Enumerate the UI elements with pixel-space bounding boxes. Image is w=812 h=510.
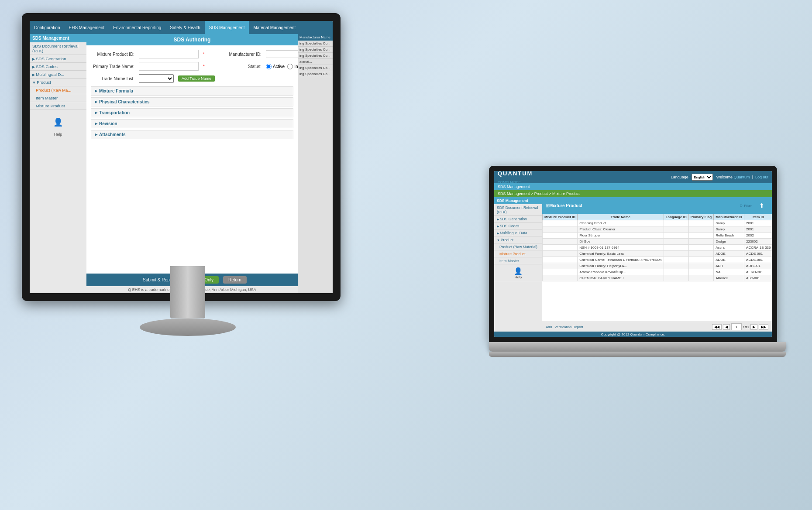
filter-button[interactable]: ⚙ Filter	[740, 204, 752, 208]
logo-quantum-text: QUANTUM COMPLIANCE	[498, 171, 533, 185]
nav-sds-management[interactable]: SDS Management	[205, 21, 249, 34]
page-next-button[interactable]: ▶	[750, 324, 757, 330]
sidebar-item-product-raw[interactable]: Product (Raw Ma...	[30, 86, 86, 94]
laptop-tab-bar: SDS Management	[494, 183, 772, 190]
laptop-sidebar-item-product[interactable]: Product	[494, 236, 542, 243]
primary-trade-name-label: Primary Trade Name:	[91, 64, 134, 69]
form-row-trade-name-list: Trade Name List: Add Trade Name	[91, 74, 293, 83]
mixture-product-table: Mixture Product ID Trade Name Language I…	[542, 214, 772, 281]
accordion-attachments-header[interactable]: Attachments	[91, 130, 293, 139]
page-prev-button[interactable]: ◀	[723, 324, 730, 330]
sidebar-item-mixture-product[interactable]: Mixture Product	[30, 102, 86, 110]
cell-lang-9	[664, 275, 688, 281]
mixture-product-id-input[interactable]	[139, 50, 199, 58]
nav-safety-health[interactable]: Safety & Health	[165, 21, 204, 34]
table-panel-row-6[interactable]: ing Specialties Co...	[298, 71, 333, 77]
sidebar-item-product[interactable]: Product	[30, 79, 86, 86]
page-first-button[interactable]: ◀◀	[712, 324, 722, 330]
language-select[interactable]: English	[692, 174, 713, 181]
cell-item-9: ALC-001	[744, 275, 772, 281]
accordion-revision-header[interactable]: Revision	[91, 119, 293, 128]
accordion-transportation-header[interactable]: Transportation	[91, 108, 293, 117]
cell-lang-4	[664, 245, 688, 251]
export-button[interactable]: ⬆	[755, 199, 768, 212]
cell-mfr-3: Dodge	[714, 239, 744, 245]
laptop-breadcrumb: SDS Management > Product > Mixture Produ…	[494, 190, 772, 197]
laptop-sidebar-item-multilingual[interactable]: Multilingual Data	[494, 229, 542, 236]
trade-name-list-select[interactable]	[139, 74, 174, 83]
cell-lang-8	[664, 269, 688, 275]
return-button[interactable]: Return	[223, 276, 247, 284]
laptop-table-footer: Add Verification Report ◀◀ ◀ / 51 ▶ ▶▶	[542, 322, 772, 332]
accordion-physical-characteristics-header[interactable]: Physical Characteristics	[91, 97, 293, 106]
sidebar-section-header: SDS Management	[30, 34, 86, 42]
cell-mixture-id-6	[543, 257, 578, 263]
status-inactive-radio[interactable]	[287, 64, 293, 69]
cell-trade-name-2: Floor Stripper	[578, 233, 664, 239]
page-last-button[interactable]: ▶▶	[759, 324, 768, 330]
help-icon[interactable]: 👤	[49, 113, 67, 131]
cell-mixture-id-8	[543, 269, 578, 275]
accordion-mixture-formula-header[interactable]: Mixture Formula	[91, 86, 293, 96]
status-active-radio[interactable]	[266, 64, 272, 69]
nav-configuration[interactable]: Configuration	[30, 21, 64, 34]
cell-trade-name-8: Aramid/Phonolo Kevlar® Hp...	[578, 269, 664, 275]
table-row[interactable]: Aramid/Phonolo Kevlar® Hp... NA AERO-301	[543, 269, 772, 275]
table-row[interactable]: Cleaning Product Samp 2001	[543, 220, 772, 226]
laptop-screen-part: QUANTUM COMPLIANCE Language : English We…	[489, 166, 777, 342]
laptop-sidebar-help[interactable]: 👤 Help	[494, 264, 542, 282]
verification-report-label[interactable]: Verification Report	[554, 325, 583, 329]
monitor-table-panel: Manufacturer Name ing Specialties Co... …	[298, 34, 333, 293]
sidebar-item-sds-retrieval[interactable]: SDS Document Retrieval (RTK)	[30, 42, 86, 55]
laptop-sidebar-item-retrieval[interactable]: SDS Document Retrieval (RTK)	[494, 204, 542, 216]
table-row[interactable]: Chemical Name: Tetrabasis L Formula: 4Pb…	[543, 257, 772, 263]
sidebar-item-sds-generation[interactable]: SDS Generation	[30, 55, 86, 63]
laptop-sidebar-section: SDS Management	[494, 197, 542, 204]
page-current-input[interactable]	[731, 323, 742, 330]
nav-environmental-reporting[interactable]: Environmental Reporting	[109, 21, 165, 34]
add-row-label[interactable]: Add	[546, 325, 552, 329]
table-row[interactable]: Product Class: Cleaner Samp 2001	[543, 226, 772, 233]
laptop-sidebar-item-codes[interactable]: SDS Codes	[494, 222, 542, 229]
laptop-sidebar-item-product-raw[interactable]: Product (Raw Material)	[494, 243, 542, 250]
laptop-sidebar-item-mixture-product[interactable]: Mixture Product	[494, 250, 542, 257]
status-inactive-option[interactable]: Inactive	[287, 64, 298, 69]
manufacturer-id-input[interactable]	[266, 50, 298, 58]
page-separator: /	[743, 325, 744, 329]
logout-link[interactable]: Log out	[755, 175, 768, 179]
monitor-bezel: Configuration EHS Management Environment…	[22, 13, 341, 301]
table-row[interactable]: Chemical Family: Basic Lead ADOE ACDE-00…	[543, 251, 772, 257]
table-row[interactable]: Chemical Family: Polyvinyl A... ADH ADH-…	[543, 263, 772, 269]
cell-mixture-id-9	[543, 275, 578, 281]
nav-material-management[interactable]: Material Management	[249, 21, 300, 34]
table-row[interactable]: Floor Stripper RollerBrush 2002	[543, 233, 772, 239]
table-row[interactable]: Di-Gov Dodge 223002	[543, 239, 772, 245]
table-panel-row-1[interactable]: ing Specialties Co...	[298, 41, 333, 47]
laptop-tab-sds[interactable]: SDS Management	[498, 185, 530, 189]
cell-item-3: 223002	[744, 239, 772, 245]
laptop-sidebar-item-generation[interactable]: SDS Generation	[494, 216, 542, 222]
sidebar-item-sds-codes[interactable]: SDS Codes	[30, 63, 86, 71]
cell-mixture-id-7	[543, 263, 578, 269]
add-trade-name-button[interactable]: Add Trade Name	[178, 75, 215, 82]
sidebar-item-item-master[interactable]: Item Master	[30, 94, 86, 102]
accordion-physical-characteristics: Physical Characteristics	[91, 97, 293, 106]
sidebar-item-multilingual[interactable]: Multilingual D...	[30, 71, 86, 79]
status-active-option[interactable]: Active	[266, 64, 285, 69]
cell-trade-name-4: NSN # 9009-01-137-6994	[578, 245, 664, 251]
mixture-required-star: *	[203, 52, 205, 57]
logo-quantum: QUANTUM	[498, 171, 533, 177]
table-panel-row-5[interactable]: ing Specialties Co...	[298, 65, 333, 71]
welcome-user-link[interactable]: Quantum	[734, 175, 750, 179]
table-panel-row-3[interactable]: ing Specialties Co...	[298, 53, 333, 59]
table-row[interactable]: CHEMICAL FAMILY NAME: I Alliance ALC-001	[543, 275, 772, 281]
laptop-sidebar-item-item-master[interactable]: Item Master	[494, 257, 542, 264]
table-panel-row-2[interactable]: ing Specialties Co...	[298, 47, 333, 53]
cell-item-4: ACCRA-1B-336	[744, 245, 772, 251]
nav-ehs-management[interactable]: EHS Management	[64, 21, 109, 34]
table-panel-row-4[interactable]: aterial...	[298, 59, 333, 65]
table-row[interactable]: NSN # 9009-01-137-6994 Accra ACCRA-1B-33…	[543, 245, 772, 251]
primary-trade-name-input[interactable]	[139, 62, 199, 71]
cell-mfr-4: Accra	[714, 245, 744, 251]
accordion-mixture-formula: Mixture Formula	[91, 86, 293, 96]
